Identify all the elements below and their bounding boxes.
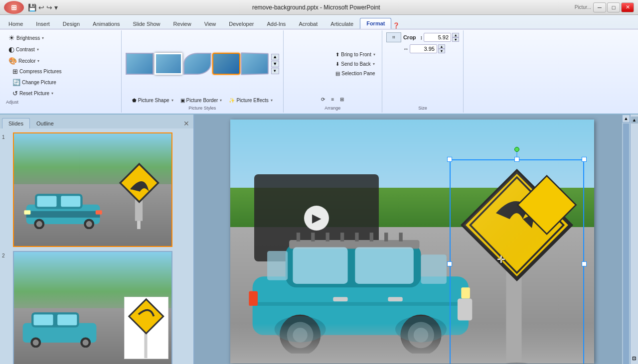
bring-to-front-label: Bring to Front (341, 52, 371, 57)
tab-review[interactable]: Review (167, 18, 198, 29)
picture-shape-button[interactable]: ⬟ Picture Shape ▾ (130, 96, 176, 105)
selection-pane-icon: ▤ (335, 71, 340, 76)
help-button[interactable]: ❓ (391, 22, 401, 29)
svg-rect-17 (58, 314, 77, 325)
recolor-button[interactable]: 🎨 Recolor ▾ (6, 55, 42, 66)
rotate-button[interactable]: ⟳ (319, 95, 327, 104)
group-button[interactable]: ⊞ (337, 95, 346, 104)
align-button[interactable]: ≡ (328, 95, 336, 104)
rotate-handle[interactable] (514, 147, 519, 152)
svg-point-8 (86, 221, 92, 227)
arrange-bottom: ⟳ ≡ ⊞ (319, 95, 346, 104)
gallery-scroll-up[interactable]: ▲ (271, 54, 279, 60)
tab-view[interactable]: View (198, 18, 223, 29)
style-thumb-1[interactable] (126, 53, 154, 75)
quick-access-toolbar: 💾 ↩ ↪ ▾ (28, 3, 58, 11)
styles-content: ▲ ▼ ▾ (126, 32, 279, 95)
sign-container[interactable]: ✛ (450, 159, 584, 364)
size-width-row: ↔ 5.92 ▲ ▼ (403, 44, 445, 53)
handle-top-middle[interactable] (514, 157, 519, 162)
send-to-back-button[interactable]: ⬇ Send to Back ▾ (333, 60, 378, 68)
picture-border-arrow: ▾ (220, 98, 222, 103)
gallery-scroll-down[interactable]: ▼ (271, 61, 279, 67)
panel-tabs: Slides Outline ✕ (0, 115, 193, 128)
panel-close-button[interactable]: ✕ (181, 119, 191, 128)
tab-insert[interactable]: Insert (29, 18, 56, 29)
gallery-expand[interactable]: ▾ (271, 68, 279, 74)
change-picture-button[interactable]: 🔄 Change Picture (10, 77, 59, 88)
tab-articulate[interactable]: Articulate (324, 18, 360, 29)
style-thumb-3[interactable] (183, 53, 211, 75)
slide-thumb-1[interactable] (13, 132, 172, 247)
svg-marker-23 (129, 299, 163, 334)
undo-button[interactable]: ↩ (38, 3, 44, 11)
handle-top-left[interactable] (447, 157, 452, 162)
tab-format[interactable]: Format (360, 18, 391, 29)
ribbon-group-adjust: ☀ Brightness ▾ ◐ Contrast ▾ 🎨 Recolor ▾ … (2, 30, 122, 113)
close-button[interactable]: ✕ (621, 2, 634, 12)
tab-slideshow[interactable]: Slide Show (127, 18, 167, 29)
style-thumb-5[interactable] (241, 52, 269, 75)
office-button[interactable]: ⊞ (4, 1, 24, 14)
slides-panel: Slides Outline ✕ 1 (0, 115, 194, 364)
reset-picture-button[interactable]: ↺ Reset Picture ▾ (10, 88, 56, 99)
tab-home[interactable]: Home (2, 18, 29, 29)
ribbon-group-size: ⌗ Crop ↕ 3.95 ▲ ▼ ↔ 5.92 (382, 30, 464, 113)
slides-tab[interactable]: Slides (2, 118, 30, 128)
brightness-button[interactable]: ☀ Brightness ▾ (6, 32, 46, 43)
tab-design[interactable]: Design (56, 18, 86, 29)
tab-animations[interactable]: Animations (86, 18, 126, 29)
svg-point-19 (33, 340, 39, 346)
style-thumb-2[interactable] (155, 53, 182, 75)
prev-slide-button[interactable]: ▲ (631, 117, 638, 123)
handle-top-right[interactable] (582, 157, 587, 162)
width-field-icon: ↔ (403, 46, 409, 52)
contrast-icon: ◐ (8, 45, 14, 53)
picture-border-button[interactable]: ▣ Picture Border ▾ (178, 96, 225, 105)
thumb-car-2 (18, 303, 105, 348)
height-input[interactable]: 3.95 (424, 33, 451, 42)
slide-thumb-content-2 (14, 252, 171, 364)
size-content: ⌗ Crop ↕ 3.95 ▲ ▼ ↔ 5.92 (386, 32, 459, 105)
svg-rect-16 (34, 314, 53, 325)
customize-qa-button[interactable]: ▾ (54, 3, 58, 11)
width-down[interactable]: ▼ (438, 49, 445, 53)
window-controls: ─ □ ✕ (593, 2, 634, 12)
save-button[interactable]: 💾 (28, 3, 36, 11)
crop-button[interactable]: ⌗ (386, 32, 401, 42)
minimize-button[interactable]: ─ (593, 2, 606, 12)
reset-icon: ↺ (12, 90, 18, 97)
bring-to-front-icon: ⬆ (335, 52, 339, 57)
adjust-group-content: ☀ Brightness ▾ ◐ Contrast ▾ 🎨 Recolor ▾ (6, 32, 117, 66)
scroll-thumb-vertical[interactable] (623, 123, 629, 364)
maximize-button[interactable]: □ (607, 2, 620, 12)
width-input[interactable]: 5.92 (410, 44, 437, 53)
picture-effects-button[interactable]: ✨ Picture Effects ▾ (226, 96, 275, 105)
canvas-area: ▶ (194, 115, 630, 364)
title-bar-left: ⊞ 💾 ↩ ↪ ▾ (4, 1, 58, 14)
height-down[interactable]: ▼ (452, 37, 459, 42)
styles-bottom-row: ⬟ Picture Shape ▾ ▣ Picture Border ▾ ✨ P… (130, 96, 275, 105)
handle-middle-right[interactable] (582, 261, 587, 266)
selection-pane-button[interactable]: ▤ Selection Pane (333, 69, 378, 78)
scroll-up-arrow[interactable]: ▲ (622, 115, 630, 122)
tab-addins[interactable]: Add-Ins (260, 18, 292, 29)
contrast-button[interactable]: ◐ Contrast ▾ (6, 44, 41, 55)
tab-developer[interactable]: Developer (222, 18, 260, 29)
picture-shape-icon: ⬟ (132, 98, 137, 103)
compress-pictures-button[interactable]: ⊞ Compress Pictures (10, 66, 64, 77)
style-thumb-4[interactable] (212, 53, 240, 75)
vertical-scrollbar: ▲ ▼ (622, 115, 630, 364)
handle-middle-left[interactable] (447, 261, 452, 266)
height-up[interactable]: ▲ (452, 33, 459, 37)
thumb-sign-1 (112, 162, 167, 230)
slide-thumb-2[interactable] (13, 251, 172, 364)
tab-acrobat[interactable]: Acrobat (292, 18, 324, 29)
slide-num-2: 2 (2, 251, 10, 258)
outline-tab[interactable]: Outline (30, 118, 60, 128)
width-up[interactable]: ▲ (438, 44, 445, 49)
redo-button[interactable]: ↪ (46, 3, 52, 11)
height-field-group: ↕ 3.95 ▲ ▼ (420, 33, 460, 42)
bring-to-front-button[interactable]: ⬆ Bring to Front ▾ (333, 50, 378, 59)
size-expand[interactable]: ⊡ (632, 356, 636, 361)
